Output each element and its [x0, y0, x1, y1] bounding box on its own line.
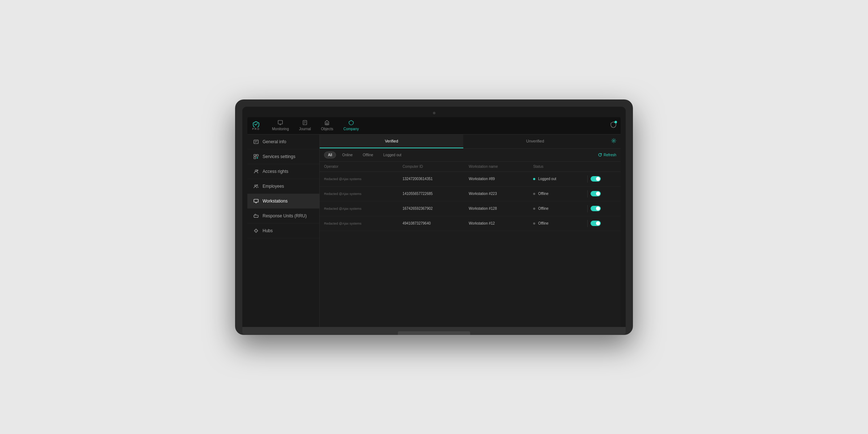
svg-rect-15: [255, 230, 257, 232]
tab-verified[interactable]: Verified: [320, 135, 463, 148]
operator-name-3: Redacted @Ajax systems: [324, 222, 361, 225]
status-text-2: Offline: [538, 207, 549, 210]
cell-toggle-2: [583, 201, 621, 216]
gear-icon: [611, 138, 616, 143]
svg-rect-5: [256, 154, 258, 156]
laptop-bottom: [242, 327, 626, 335]
cell-toggle-3: [583, 216, 621, 231]
nav-journal-label: Journal: [299, 127, 311, 131]
cell-computer-id-3: 49410873279640: [398, 216, 464, 231]
sidebar-item-services-settings[interactable]: Services settings: [247, 149, 319, 164]
svg-point-10: [257, 184, 258, 186]
cell-computer-id-2: 167426592367902: [398, 201, 464, 216]
sidebar-item-response-units[interactable]: Response Units (RRU): [247, 209, 319, 224]
svg-point-16: [613, 140, 614, 141]
row-actions-1: [587, 190, 616, 197]
status-text-3: Offline: [538, 221, 549, 225]
cell-operator-0: Redacted @Ajax systems: [320, 171, 398, 186]
filter-bar: All Online Offline Logged out: [320, 149, 621, 162]
services-settings-icon: [253, 154, 259, 159]
objects-icon: [324, 120, 329, 126]
sidebar-employees-label: Employees: [263, 184, 284, 189]
operator-name-1: Redacted @Ajax systems: [324, 192, 361, 196]
settings-button[interactable]: [611, 138, 616, 144]
table-row: Redacted @Ajax systems 167426592367902 W…: [320, 201, 621, 216]
row-actions-2: [587, 205, 616, 212]
cell-operator-1: Redacted @Ajax systems: [320, 186, 398, 201]
nav-items: Monitoring Journal: [268, 119, 610, 132]
cell-computer-id-0: 132472003614351: [398, 171, 464, 186]
filter-online-button[interactable]: Online: [338, 152, 357, 158]
toggle-2[interactable]: [591, 206, 601, 211]
svg-rect-0: [278, 120, 282, 124]
toggle-0[interactable]: [591, 176, 601, 182]
table-row: Redacted @Ajax systems 141055657722685 W…: [320, 186, 621, 201]
workstations-table: Operator Computer ID Workstation name: [320, 162, 621, 231]
table-row: Redacted @Ajax systems 132472003614351 W…: [320, 171, 621, 186]
sidebar-workstations-label: Workstations: [263, 199, 288, 204]
hubs-icon: [253, 228, 259, 234]
filter-all-button[interactable]: All: [324, 152, 336, 158]
status-dot-3: [533, 222, 535, 225]
status-dot-2: [533, 208, 535, 210]
refresh-icon: [598, 153, 602, 157]
content-panel: Verified Unverified: [320, 135, 621, 327]
row-divider-3: [587, 220, 588, 227]
cell-computer-id-1: 141055657722685: [398, 186, 464, 201]
sidebar: General info Services settings: [247, 135, 320, 327]
cell-toggle-1: [583, 186, 621, 201]
refresh-button[interactable]: Refresh: [598, 153, 616, 157]
cell-status-3: Offline: [529, 216, 583, 231]
svg-rect-3: [254, 140, 258, 144]
filter-offline-button[interactable]: Offline: [359, 152, 377, 158]
screen: PRO Monitoring: [247, 117, 621, 327]
col-status: Status: [529, 162, 583, 172]
laptop-container: PRO Monitoring: [235, 99, 633, 335]
row-divider-0: [587, 175, 588, 183]
svg-point-13: [255, 217, 255, 218]
status-dot-1: [533, 193, 535, 195]
logo: PRO: [252, 121, 260, 130]
workstation-name-value-1: Workstation #223: [469, 192, 497, 196]
monitoring-icon: [278, 120, 283, 126]
logo-icon: [252, 121, 260, 127]
computer-id-value-1: 141055657722685: [403, 192, 433, 196]
svg-point-9: [255, 185, 256, 186]
sidebar-item-workstations[interactable]: Workstations: [247, 194, 319, 209]
toggle-1[interactable]: [591, 191, 601, 196]
computer-id-value-2: 167426592367902: [403, 207, 433, 210]
sidebar-item-general-info[interactable]: General info: [247, 135, 319, 149]
shield-button[interactable]: [610, 122, 616, 129]
filter-logged-out-button[interactable]: Logged out: [379, 152, 405, 158]
nav-item-journal[interactable]: Journal: [295, 119, 315, 132]
table-row: Redacted @Ajax systems 49410873279640 Wo…: [320, 216, 621, 231]
sidebar-access-label: Access rights: [263, 169, 288, 174]
status-dot-0: [533, 178, 535, 180]
svg-rect-6: [254, 157, 256, 159]
sidebar-item-access-rights[interactable]: Access rights: [247, 164, 319, 179]
cell-operator-3: Redacted @Ajax systems: [320, 216, 398, 231]
sidebar-item-hubs[interactable]: Hubs: [247, 224, 319, 238]
cell-workstation-name-2: Workstation #128: [464, 201, 529, 216]
cell-status-1: Offline: [529, 186, 583, 201]
screen-bezel: PRO Monitoring: [242, 107, 626, 327]
svg-point-8: [257, 170, 258, 171]
nav-item-objects[interactable]: Objects: [317, 119, 338, 132]
company-icon: [349, 120, 354, 126]
nav-item-company[interactable]: Company: [339, 119, 363, 132]
table-container: Operator Computer ID Workstation name: [320, 162, 621, 327]
sidebar-item-employees[interactable]: Employees: [247, 179, 319, 194]
sidebar-response-label: Response Units (RRU): [263, 213, 307, 218]
employees-icon: [253, 183, 259, 189]
nav-item-monitoring[interactable]: Monitoring: [268, 119, 293, 132]
tab-unverified[interactable]: Unverified: [463, 135, 607, 148]
toggle-3[interactable]: [591, 221, 601, 226]
svg-point-14: [257, 217, 258, 218]
nav-monitoring-label: Monitoring: [272, 127, 289, 131]
workstations-icon: [253, 198, 259, 204]
col-operator: Operator: [320, 162, 398, 172]
sidebar-general-info-label: General info: [263, 139, 286, 144]
svg-rect-12: [254, 215, 258, 217]
main-content: General info Services settings: [247, 135, 621, 327]
operator-name-2: Redacted @Ajax systems: [324, 207, 361, 210]
